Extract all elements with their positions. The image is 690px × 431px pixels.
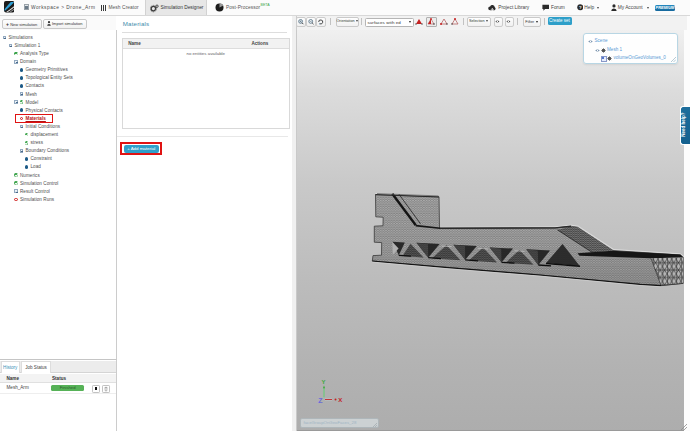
svg-text:?: ? (578, 5, 581, 10)
svg-text:Z: Z (318, 397, 323, 404)
svg-text:Y: Y (322, 379, 326, 385)
svg-text:X: X (338, 397, 342, 403)
